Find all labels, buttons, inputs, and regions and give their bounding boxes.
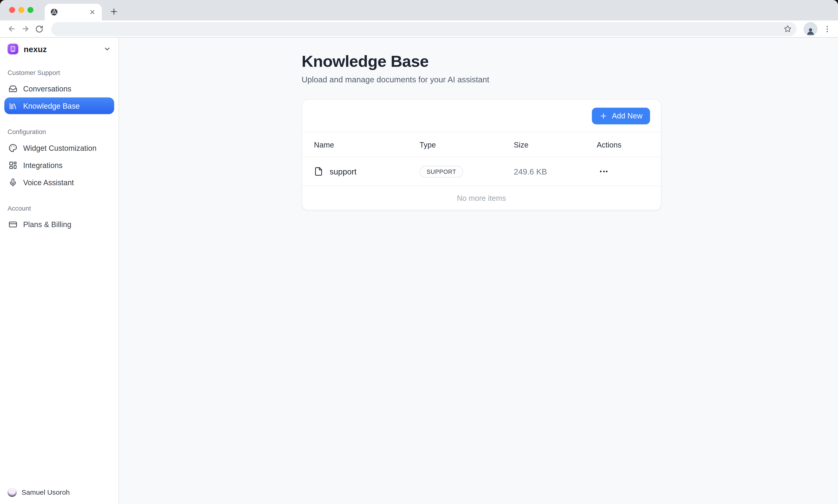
- library-icon: [8, 102, 17, 110]
- sidebar-item-label: Knowledge Base: [23, 102, 79, 110]
- sidebar-item-label: Voice Assistant: [23, 178, 74, 186]
- inbox-icon: [8, 84, 17, 93]
- sidebar-item-label: Conversations: [23, 84, 71, 93]
- row-actions-button[interactable]: [600, 166, 614, 177]
- sidebar-item-knowledge-base[interactable]: Knowledge Base: [4, 97, 114, 114]
- plus-icon: [600, 112, 608, 120]
- credit-card-icon: [8, 220, 17, 229]
- tab-close-icon[interactable]: [88, 8, 96, 17]
- user-name: Samuel Usoroh: [22, 488, 70, 496]
- column-header-name: Name: [314, 140, 420, 149]
- chevron-down-icon: [103, 45, 111, 53]
- address-input[interactable]: [59, 25, 781, 33]
- main-content: Knowledge Base Upload and manage documen…: [119, 38, 838, 504]
- user-avatar: [7, 488, 17, 497]
- mic-icon: [8, 178, 17, 186]
- page-subtitle: Upload and manage documents for your AI …: [302, 75, 661, 84]
- user-menu[interactable]: Samuel Usoroh: [4, 486, 114, 498]
- grid-icon: [8, 161, 17, 169]
- card-header: Add New: [302, 100, 661, 132]
- reload-button[interactable]: [32, 22, 46, 36]
- window-minimize-button[interactable]: [18, 7, 24, 13]
- window-close-button[interactable]: [9, 7, 15, 13]
- sidebar-item-widget-customization[interactable]: Widget Customization: [4, 139, 114, 156]
- sidebar-item-label: Plans & Billing: [23, 220, 71, 229]
- palette-icon: [8, 144, 17, 152]
- sidebar-item-integrations[interactable]: Integrations: [4, 157, 114, 173]
- file-icon: [314, 167, 323, 176]
- document-name: support: [329, 167, 357, 176]
- sidebar-section-customer-support: Customer Support Conversations: [4, 69, 114, 115]
- table-row: support SUPPORT 249.6 KB: [302, 157, 661, 186]
- add-new-label: Add New: [612, 111, 642, 120]
- new-tab-button[interactable]: [107, 4, 121, 18]
- workspace-switcher[interactable]: nexuz: [4, 42, 114, 56]
- sidebar-item-conversations[interactable]: Conversations: [4, 80, 114, 97]
- column-header-type: Type: [420, 140, 514, 149]
- add-new-button[interactable]: Add New: [592, 108, 650, 124]
- screen: nexuz Customer Support: [0, 0, 838, 504]
- section-label: Configuration: [4, 128, 114, 136]
- browser-profile-button[interactable]: [804, 22, 818, 36]
- page-title: Knowledge Base: [302, 52, 661, 71]
- sidebar-item-label: Integrations: [23, 161, 63, 169]
- section-label: Account: [4, 204, 114, 212]
- back-button[interactable]: [4, 22, 18, 36]
- column-header-actions: Actions: [596, 140, 649, 149]
- tab-favicon-icon: [50, 8, 58, 16]
- browser-toolbar: [0, 20, 838, 38]
- type-badge: SUPPORT: [420, 165, 463, 177]
- browser-window: nexuz Customer Support: [0, 0, 838, 504]
- forward-button[interactable]: [18, 22, 32, 36]
- table-header: Name Type Size Actions: [302, 132, 661, 157]
- column-header-size: Size: [514, 140, 596, 149]
- document-size: 249.6 KB: [514, 167, 596, 176]
- sidebar-section-account: Account Plans & Billing: [4, 204, 114, 233]
- window-zoom-button[interactable]: [28, 7, 33, 13]
- traffic-lights: [9, 7, 33, 13]
- table-footer: No more items: [302, 186, 661, 210]
- documents-card: Add New Name Type Size Actions: [302, 99, 661, 211]
- workspace-name: nexuz: [24, 44, 98, 54]
- section-label: Customer Support: [4, 69, 114, 76]
- sidebar-section-configuration: Configuration Widget Customization: [4, 128, 114, 191]
- sidebar-item-voice-assistant[interactable]: Voice Assistant: [4, 174, 114, 191]
- address-bar[interactable]: [51, 22, 797, 36]
- browser-tab[interactable]: [45, 4, 102, 20]
- sidebar-item-label: Widget Customization: [23, 144, 96, 152]
- app-area: nexuz Customer Support: [0, 38, 838, 504]
- sidebar-item-plans-billing[interactable]: Plans & Billing: [4, 216, 114, 233]
- document-name-cell: support: [314, 167, 420, 176]
- bookmark-star-icon[interactable]: [781, 23, 793, 35]
- browser-menu-button[interactable]: [821, 22, 834, 35]
- sidebar: nexuz Customer Support: [0, 38, 119, 504]
- workspace-logo: [7, 43, 18, 54]
- browser-tabstrip: [0, 0, 838, 20]
